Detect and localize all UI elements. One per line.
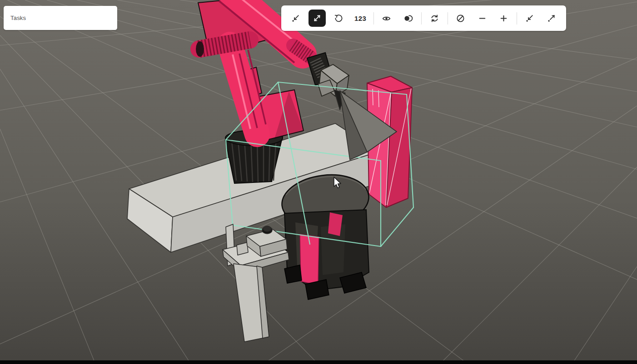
expand-view-button[interactable]: [543, 10, 560, 27]
toolbar-divider: [448, 12, 448, 25]
scene-canvas: [0, 0, 637, 364]
mouse-cursor: [331, 175, 343, 189]
jump-to-start-button[interactable]: [287, 10, 304, 27]
disable-button[interactable]: [452, 10, 469, 27]
plus-icon: [499, 14, 508, 23]
eye-icon: [382, 14, 391, 23]
3d-viewport[interactable]: Tasks 123: [0, 0, 637, 364]
toggle-circles-icon: [403, 14, 413, 23]
toolbar-divider: [373, 12, 374, 25]
collapse-view-button[interactable]: [521, 10, 538, 27]
expand-selection-button[interactable]: [309, 10, 326, 27]
tasks-panel-title: Tasks: [10, 15, 26, 21]
numeric-input-button[interactable]: 123: [352, 10, 369, 27]
rotate-view-button[interactable]: [330, 10, 348, 27]
bottom-bar: [0, 360, 637, 364]
rotate-ccw-icon: [334, 14, 343, 23]
viewport-toolbar: 123: [281, 5, 566, 31]
display-mode-button[interactable]: [399, 10, 417, 27]
refresh-icon: [430, 14, 439, 23]
numeric-input-label: 123: [354, 15, 367, 22]
tasks-panel[interactable]: Tasks: [4, 6, 117, 30]
tool-pedestal[interactable]: [223, 224, 289, 342]
toolbar-divider: [517, 12, 517, 25]
arrow-from-dot-icon: [547, 14, 556, 23]
toolbar-divider: [421, 12, 422, 25]
visibility-button[interactable]: [378, 10, 395, 27]
diagonal-arrows-icon: [313, 14, 322, 23]
minus-icon: [478, 14, 487, 23]
rotary-positioner-turntable[interactable]: [279, 170, 372, 300]
zoom-out-button[interactable]: [473, 10, 491, 27]
prohibit-icon: [456, 14, 465, 23]
end-effector-tool[interactable]: [318, 64, 349, 96]
arrow-to-dot-icon: [525, 14, 534, 23]
arrow-to-dot-icon: [291, 14, 300, 23]
zoom-in-button[interactable]: [495, 10, 513, 27]
sync-button[interactable]: [426, 10, 443, 27]
